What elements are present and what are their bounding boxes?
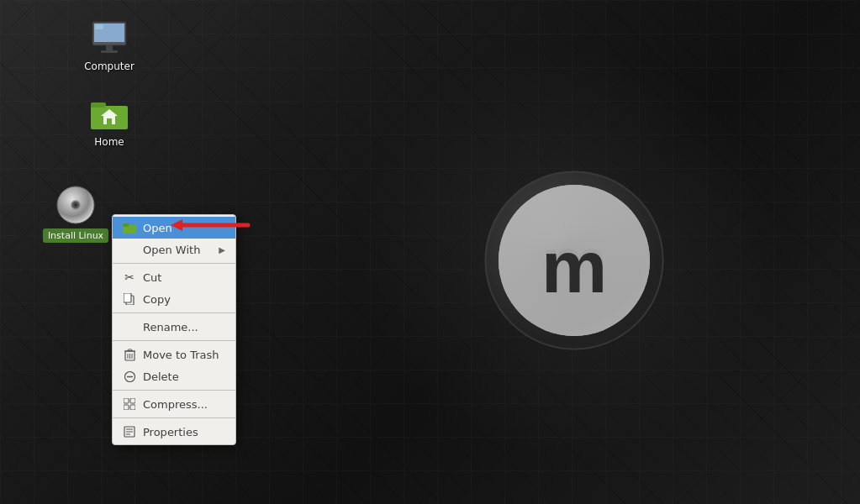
context-menu-compress[interactable]: Compress... [113, 393, 235, 415]
svg-text:m: m [541, 225, 607, 308]
home-desktop-icon[interactable]: Home [76, 92, 143, 148]
context-menu-open-with[interactable]: Open With ▶ [113, 239, 235, 260]
svg-rect-33 [124, 405, 129, 410]
svg-rect-9 [101, 50, 118, 53]
context-menu-copy[interactable]: Copy [113, 288, 235, 310]
rename-label: Rename... [143, 321, 198, 333]
open-with-icon-placeholder [123, 243, 136, 256]
svg-point-1 [486, 172, 662, 349]
move-to-trash-label: Move to Trash [143, 349, 219, 361]
cut-icon: ✂ [123, 270, 136, 284]
context-menu: Open Open With ▶ ✂ Cut Copy [112, 214, 236, 445]
install-linux-desktop-icon[interactable]: Install Linux [42, 185, 109, 243]
context-menu-properties[interactable]: Properties [113, 421, 235, 443]
open-with-submenu-arrow: ▶ [219, 245, 225, 255]
desktop: m m [0, 0, 860, 504]
delete-label: Delete [143, 370, 179, 383]
compress-label: Compress... [143, 398, 208, 411]
svg-rect-34 [130, 405, 135, 410]
svg-rect-32 [130, 398, 135, 403]
open-label: Open [143, 222, 172, 234]
properties-icon [123, 425, 136, 438]
svg-rect-25 [128, 349, 132, 351]
rename-icon-placeholder [123, 320, 136, 333]
separator-1 [113, 263, 235, 264]
mint-logo: m m [482, 168, 667, 353]
context-menu-move-to-trash[interactable]: Move to Trash [113, 344, 235, 365]
home-icon-label: Home [94, 136, 124, 148]
svg-rect-15 [107, 118, 112, 124]
svg-rect-31 [124, 398, 129, 403]
computer-icon-image [89, 17, 129, 57]
separator-5 [113, 417, 235, 418]
context-menu-delete[interactable]: Delete [113, 365, 235, 387]
svg-rect-22 [124, 293, 131, 302]
separator-4 [113, 390, 235, 391]
delete-icon [123, 370, 136, 383]
svg-point-0 [486, 172, 662, 349]
copy-label: Copy [143, 293, 171, 306]
cut-label: Cut [143, 271, 161, 284]
trash-icon [123, 348, 136, 361]
svg-rect-20 [123, 223, 129, 227]
svg-point-2 [499, 185, 650, 336]
install-linux-label: Install Linux [43, 228, 108, 243]
install-disc-image [55, 185, 96, 225]
svg-text:m: m [541, 222, 608, 306]
context-menu-rename[interactable]: Rename... [113, 316, 235, 338]
computer-desktop-icon[interactable]: Computer [76, 17, 143, 72]
home-icon-image [89, 92, 129, 133]
svg-rect-8 [106, 45, 113, 50]
context-menu-open[interactable]: Open [113, 217, 235, 239]
compress-icon [123, 397, 136, 411]
svg-point-4 [499, 185, 650, 336]
computer-icon-label: Computer [84, 60, 135, 72]
copy-icon [123, 292, 136, 306]
svg-point-18 [74, 203, 77, 207]
svg-rect-12 [91, 102, 106, 108]
svg-rect-10 [95, 24, 103, 29]
open-with-label: Open With [143, 244, 200, 256]
separator-3 [113, 340, 235, 341]
properties-label: Properties [143, 426, 198, 438]
open-folder-icon [123, 221, 136, 234]
separator-2 [113, 312, 235, 313]
context-menu-cut[interactable]: ✂ Cut [113, 266, 235, 288]
